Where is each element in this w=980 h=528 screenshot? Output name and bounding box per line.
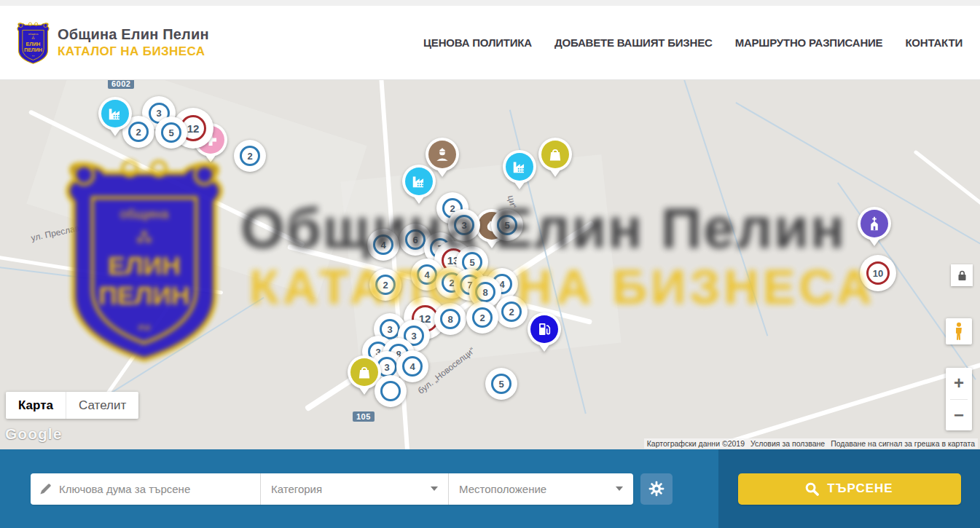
header: община ⁂ ЕЛИН ПЕЛИН ∾ Община Елин Пелин … <box>0 6 980 80</box>
map-cluster-marker[interactable]: 2 <box>369 269 401 301</box>
map-pin-marker-factory[interactable] <box>98 97 132 139</box>
map-cluster-marker[interactable]: 2 <box>466 302 498 334</box>
map-cluster-marker[interactable]: 2 <box>495 296 528 328</box>
svg-text:ЕЛИН: ЕЛИН <box>26 41 41 46</box>
nav-item-add-business[interactable]: ДОБАВЕТЕ ВАШИЯТ БИЗНЕС <box>554 36 713 49</box>
google-logo[interactable]: Google <box>5 425 62 443</box>
map-type-control: Карта Сателит <box>6 392 138 419</box>
chevron-down-icon <box>431 486 438 491</box>
nav-item-contacts[interactable]: КОНТАКТИ <box>905 36 963 49</box>
search-icon <box>805 482 819 496</box>
search-bar-right: ТЪРСЕНЕ <box>718 449 980 528</box>
pencil-icon <box>39 483 52 495</box>
map-pin-marker-church[interactable] <box>858 207 891 249</box>
municipality-crest-icon: община ⁂ ЕЛИН ПЕЛИН ∾ <box>16 20 50 66</box>
location-select[interactable]: Местоположение <box>449 473 633 505</box>
search-bar: Категория Местоположение <box>0 449 980 528</box>
location-select-value: Местоположение <box>459 483 546 495</box>
nav-item-bus-schedule[interactable]: МАРШРУТНО РАЗПИСАНИЕ <box>735 36 883 49</box>
map-cluster-marker[interactable]: 5 <box>485 368 517 400</box>
search-button-label: ТЪРСЕНЕ <box>827 481 893 496</box>
map-cluster-marker[interactable]: 5 <box>155 117 187 149</box>
pegman-control[interactable] <box>946 318 972 344</box>
map-type-map-button[interactable]: Карта <box>6 392 66 419</box>
nav-item-pricing[interactable]: ЦЕНОВА ПОЛИТИКА <box>423 36 532 49</box>
svg-text:∾: ∾ <box>32 54 35 58</box>
map-pin-marker-bag[interactable] <box>538 138 572 180</box>
svg-text:община: община <box>28 32 39 35</box>
attribution-report-link[interactable]: Подаване на сигнал за грешка в картата <box>831 439 975 448</box>
pegman-icon <box>952 322 965 341</box>
map-pin-marker-factory[interactable] <box>503 150 536 192</box>
zoom-in-button[interactable]: + <box>946 368 972 399</box>
map-pin-marker-factory[interactable] <box>402 165 436 207</box>
map-attribution: Картографски данни ©2019 Условия за полз… <box>644 438 978 449</box>
map-cluster-marker[interactable] <box>375 375 407 407</box>
map-cluster-marker[interactable]: 8 <box>434 303 466 335</box>
zoom-control: + − <box>946 368 972 430</box>
map-cluster-marker[interactable]: 3 <box>448 209 480 241</box>
category-select[interactable]: Категория <box>261 473 449 505</box>
chevron-down-icon <box>616 486 623 491</box>
site-title: Община Елин Пелин <box>58 26 209 43</box>
main-nav: ЦЕНОВА ПОЛИТИКА ДОБАВЕТЕ ВАШИЯТ БИЗНЕС М… <box>423 36 963 49</box>
keyword-field <box>31 473 261 505</box>
svg-text:ПЕЛИН: ПЕЛИН <box>24 47 42 52</box>
map-cluster-marker[interactable]: 5 <box>491 209 523 241</box>
keyword-search-input[interactable] <box>59 483 251 495</box>
search-submit-button[interactable]: ТЪРСЕНЕ <box>738 473 961 505</box>
map-cluster-marker[interactable]: 10 <box>860 255 896 291</box>
top-strip <box>0 0 980 6</box>
search-bar-left: Категория Местоположение <box>0 449 718 528</box>
svg-text:⁂: ⁂ <box>31 36 35 40</box>
zoom-out-button[interactable]: − <box>946 400 972 431</box>
map-pin-marker-fuel[interactable] <box>528 312 561 355</box>
map-cluster-marker[interactable]: 4 <box>396 350 428 382</box>
map-cluster-marker[interactable]: 2 <box>234 140 266 172</box>
category-select-value: Категория <box>271 483 322 495</box>
attribution-copyright: Картографски данни ©2019 <box>647 439 745 448</box>
gear-icon <box>648 481 665 497</box>
map-canvas[interactable]: 6002105 ул. Преславбул. „Новоселци“ци“ 1… <box>0 80 980 449</box>
lock-icon <box>957 270 967 281</box>
advanced-search-button[interactable] <box>640 473 673 505</box>
site-subtitle: КАТАЛОГ НА БИЗНЕСА <box>58 44 209 59</box>
marker-layer: 12325223564713542748221282333834510 <box>0 80 980 449</box>
map-type-satellite-button[interactable]: Сателит <box>66 392 138 419</box>
attribution-terms-link[interactable]: Условия за ползване <box>750 439 825 448</box>
lock-scroll-button[interactable] <box>951 264 973 286</box>
search-field-group: Категория Местоположение <box>31 473 633 505</box>
brand-logo[interactable]: община ⁂ ЕЛИН ПЕЛИН ∾ Община Елин Пелин … <box>16 20 209 66</box>
map-cluster-marker[interactable]: 4 <box>367 229 399 261</box>
